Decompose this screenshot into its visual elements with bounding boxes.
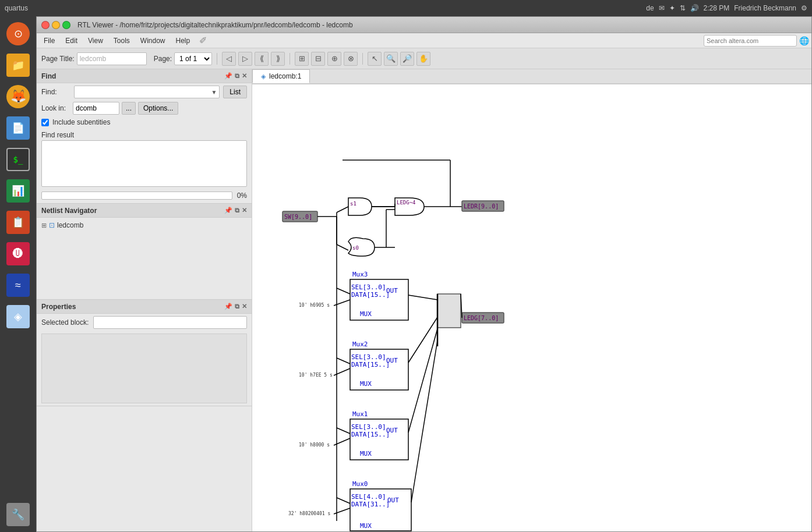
menu-view[interactable]: View — [83, 36, 108, 46]
svg-text:SEL[3..0]: SEL[3..0] — [351, 423, 386, 431]
search-input[interactable] — [704, 35, 797, 47]
netlist-restore-icon[interactable]: ⧉ — [235, 207, 239, 214]
find-close-icon[interactable]: ✕ — [242, 72, 247, 80]
toolbar-btn-fwd[interactable]: ▷ — [238, 52, 252, 66]
minimize-button[interactable] — [52, 21, 60, 29]
svg-text:DATA[15..]: DATA[15..] — [351, 431, 390, 438]
toolbar-btn-first[interactable]: ⟪ — [255, 52, 269, 66]
rtl-canvas[interactable]: .wire { stroke: #000; stroke-width: 1.5;… — [252, 84, 811, 531]
tab-label: ledcomb:1 — [269, 72, 301, 80]
find-combo[interactable]: ▼ — [74, 86, 220, 98]
netlist-pin-icon[interactable]: 📌 — [224, 207, 232, 214]
svg-text:DATA[31..]: DATA[31..] — [351, 501, 390, 508]
find-restore-icon[interactable]: ⧉ — [235, 72, 239, 80]
settings-icon[interactable]: ⚙ — [801, 4, 807, 12]
toolbar-btn-zoom[interactable]: 🔍 — [384, 52, 398, 66]
sidebar-app1[interactable]: 🅤 — [3, 239, 33, 269]
svg-text:Mux0: Mux0 — [352, 480, 368, 488]
svg-text:10' h8000 s: 10' h8000 s — [299, 442, 330, 448]
netlist-section: Netlist Navigator 📌 ⧉ ✕ ⊞ ⊡ ledcomb — [37, 204, 252, 300]
selected-block-label: Selected block: — [41, 318, 89, 327]
help-icon[interactable]: ✐ — [199, 35, 207, 46]
svg-line-5 — [337, 244, 348, 250]
search-globe-icon: 🌐 — [799, 36, 809, 45]
toolbar-btn-fit[interactable]: ⊞ — [295, 52, 309, 66]
progress-row: 0% — [37, 189, 252, 203]
sidebar-files[interactable]: 📁 — [3, 50, 33, 80]
look-in-input[interactable] — [73, 102, 119, 115]
close-button[interactable] — [41, 21, 50, 29]
toolbar-sep-3 — [362, 53, 363, 65]
list-button[interactable]: List — [223, 86, 247, 98]
sidebar-app3[interactable]: ◈ — [3, 302, 33, 332]
toolbar-btn-last[interactable]: ⟫ — [271, 52, 285, 66]
window-titlebar: RTL Viewer - /home/fritz/projects/digita… — [37, 17, 811, 33]
toolbar-btn-hand[interactable]: ✋ — [416, 52, 430, 66]
netlist-close-icon[interactable]: ✕ — [242, 207, 247, 214]
properties-content — [41, 334, 247, 403]
netlist-title: Netlist Navigator — [41, 207, 97, 215]
tree-item-ledcomb[interactable]: ⊞ ⊡ ledcomb — [41, 220, 247, 230]
properties-pin-icon[interactable]: 📌 — [224, 303, 232, 310]
toolbar-btn-zoomin[interactable]: ⊕ — [327, 52, 341, 66]
time-display: 2:28 PM — [704, 4, 730, 12]
toolbar-btn-zoomout[interactable]: ⊗ — [344, 52, 358, 66]
svg-line-32 — [408, 295, 437, 300]
selected-block-row: Selected block: — [37, 314, 252, 331]
svg-text:OUT: OUT — [386, 287, 398, 295]
toolbar-btn-fit2[interactable]: ⊟ — [311, 52, 325, 66]
bluetooth-icon: ✦ — [669, 4, 675, 12]
browse-button[interactable]: ... — [122, 102, 136, 115]
search-area: 🌐 — [704, 35, 809, 47]
sidebar-presentation[interactable]: 📋 — [3, 207, 33, 237]
maximize-button[interactable] — [62, 21, 70, 29]
tree-label-ledcomb: ledcomb — [57, 221, 83, 229]
sidebar: ⊙ 📁 🦊 📄 $_ 📊 📋 🅤 ≈ — [0, 16, 36, 532]
sidebar-firefox[interactable]: 🦊 — [3, 81, 33, 112]
find-pin-icon[interactable]: 📌 — [224, 72, 232, 80]
svg-line-40 — [334, 368, 350, 375]
sidebar-app4[interactable]: 🔧 — [3, 499, 33, 530]
options-button[interactable]: Options... — [138, 102, 178, 115]
svg-text:SW[9..0]: SW[9..0] — [284, 214, 312, 220]
svg-text:SEL[3..0]: SEL[3..0] — [351, 353, 386, 361]
menu-edit[interactable]: Edit — [61, 36, 82, 46]
sidebar-terminal[interactable]: $_ — [3, 144, 33, 175]
page-title-input[interactable] — [77, 52, 147, 65]
menu-help[interactable]: Help — [171, 36, 195, 46]
toolbar-btn-cursor[interactable]: ↖ — [368, 52, 382, 66]
toolbar-sep-1 — [217, 53, 217, 65]
menu-file[interactable]: File — [39, 36, 59, 46]
sidebar-documents[interactable]: 📄 — [3, 113, 33, 143]
progress-bar — [41, 191, 232, 200]
sidebar-app2[interactable]: ≈ — [3, 270, 33, 300]
menu-window[interactable]: Window — [136, 36, 170, 46]
svg-text:10' h7EE 5 s: 10' h7EE 5 s — [299, 373, 333, 378]
rtl-panel: ◈ ledcomb:1 .wire { stroke: #000; stroke… — [252, 69, 811, 531]
sidebar-ubuntu[interactable]: ⊙ — [3, 19, 33, 49]
svg-text:MUX: MUX — [360, 380, 372, 388]
page-select[interactable]: 1 of 1 — [174, 52, 212, 65]
svg-text:OUT: OUT — [386, 427, 398, 434]
find-header-icons: 📌 ⧉ ✕ — [224, 72, 247, 80]
properties-close-icon[interactable]: ✕ — [242, 303, 247, 310]
toolbar-btn-back[interactable]: ◁ — [222, 52, 236, 66]
svg-text:OUT: OUT — [386, 357, 398, 364]
include-subentities-checkbox[interactable] — [41, 119, 49, 126]
rtl-tabs: ◈ ledcomb:1 — [252, 69, 811, 84]
look-in-label: Look in: — [41, 104, 70, 112]
find-result-label: Find result — [37, 129, 252, 140]
volume-icon: 🔊 — [690, 4, 699, 12]
page-label: Page: — [154, 55, 172, 63]
svg-text:32' h80200401 s: 32' h80200401 s — [288, 511, 330, 516]
rtl-tab-ledcomb[interactable]: ◈ ledcomb:1 — [252, 69, 310, 83]
properties-section: Properties 📌 ⧉ ✕ Selected block: — [37, 300, 252, 406]
svg-text:DATA[15..]: DATA[15..] — [351, 291, 390, 299]
find-title: Find — [41, 72, 56, 80]
selected-block-input[interactable] — [93, 316, 247, 329]
properties-restore-icon[interactable]: ⧉ — [235, 303, 239, 310]
svg-line-31 — [334, 300, 350, 306]
menu-tools[interactable]: Tools — [109, 36, 135, 46]
sidebar-spreadsheet[interactable]: 📊 — [3, 176, 33, 206]
toolbar-btn-zoom2[interactable]: 🔎 — [400, 52, 414, 66]
